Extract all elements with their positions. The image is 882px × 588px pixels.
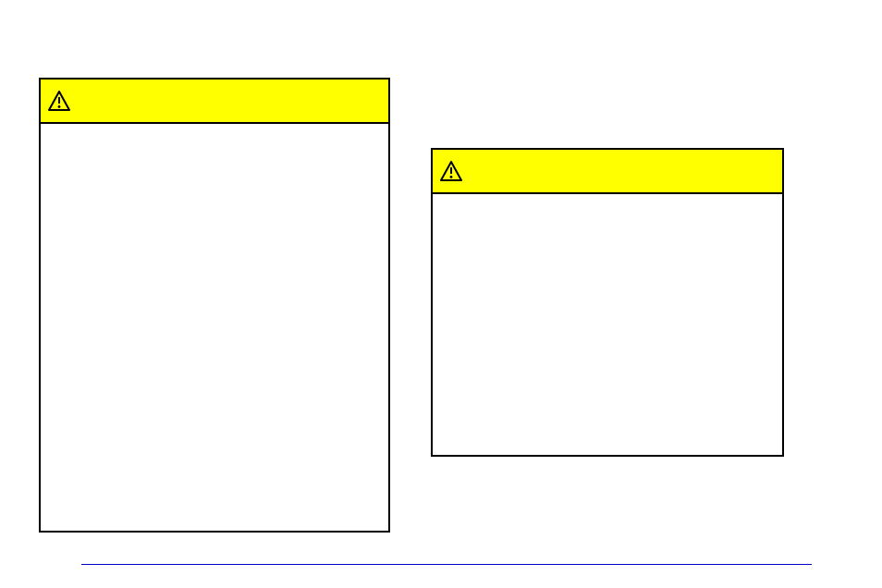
panel-header [433,150,782,194]
list-spacer [78,355,388,368]
list-item: . [78,226,388,239]
list-item: . [78,316,388,329]
caution-panel [431,148,784,457]
list-spacer [78,329,388,342]
list-item: . [78,264,388,277]
list-spacer [78,394,388,407]
list-spacer [78,239,388,251]
list-item: . [78,381,388,394]
svg-point-5 [450,176,453,178]
list-spacer [78,290,388,303]
list-item: . [78,303,388,316]
bullet-list: . . . . . . . . [41,226,388,420]
list-item: . [78,277,388,290]
svg-point-2 [58,105,61,108]
warning-icon [48,91,70,111]
panel-header [41,80,388,124]
footer-link[interactable] [81,564,812,565]
caution-panel: . . . . . . . . [39,78,390,533]
list-item: . [78,407,388,420]
warning-icon [440,161,462,181]
list-spacer [78,368,388,381]
list-item: . [78,251,388,264]
list-spacer [78,342,388,355]
